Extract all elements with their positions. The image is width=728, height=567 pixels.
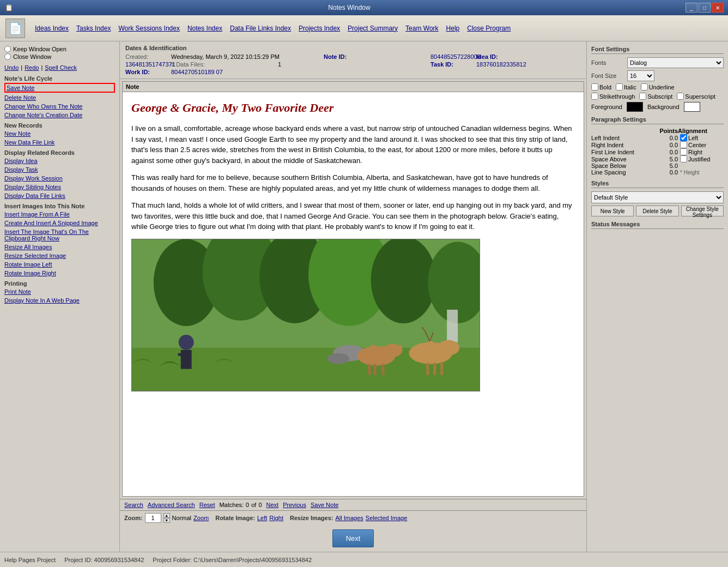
styles-select[interactable]: Default Style <box>591 191 724 203</box>
menu-work-sessions-index[interactable]: Work Sessions Index <box>115 23 183 33</box>
display-note-web-page-link[interactable]: Display Note In A Web Page <box>4 297 115 304</box>
reset-link[interactable]: Reset <box>199 502 215 508</box>
menu-ideas-index[interactable]: Ideas Index <box>32 23 72 33</box>
underline-checkbox-label[interactable]: Underline <box>641 83 675 91</box>
spell-check-link[interactable]: Spell Check <box>45 64 77 71</box>
rotate-left-link[interactable]: Left <box>257 515 267 521</box>
display-data-file-links-link[interactable]: Display Data File Links <box>4 192 115 200</box>
center-align-checkbox[interactable] <box>680 141 687 148</box>
close-button[interactable]: ✕ <box>712 3 724 13</box>
format-checkboxes: Bold Italic Underline <box>591 83 724 91</box>
undo-link[interactable]: Undo <box>4 64 19 71</box>
italic-checkbox-label[interactable]: Italic <box>616 83 636 91</box>
insert-image-clipboard-link[interactable]: Insert The Image That's On The Clipboard… <box>4 228 115 242</box>
save-note-search-bar-link[interactable]: Save Note <box>311 502 338 508</box>
note-header: Note <box>123 82 584 92</box>
display-idea-link[interactable]: Display Idea <box>4 157 115 165</box>
note-paragraph-2: This was really hard for me to believe, … <box>131 172 575 194</box>
previous-link[interactable]: Previous <box>283 502 306 508</box>
rotate-image-right-link[interactable]: Rotate Image Right <box>4 269 115 277</box>
menu-notes-index[interactable]: Notes Index <box>184 23 226 33</box>
work-id-label: Work ID: <box>125 69 169 75</box>
save-note-link[interactable]: Save Note <box>4 83 115 93</box>
change-style-settings-button[interactable]: Change Style Settings <box>681 206 724 216</box>
right-indent-row: Right Indent 0.0 Center <box>591 141 724 148</box>
all-images-link[interactable]: All Images <box>335 515 363 521</box>
strikethrough-checkbox-label[interactable]: Strikethrough <box>591 93 635 100</box>
menu-tasks-index[interactable]: Tasks Index <box>73 23 114 33</box>
superscript-checkbox-label[interactable]: Superscript <box>677 93 715 100</box>
change-notes-creation-link[interactable]: Change Note's Creation Date <box>4 111 115 119</box>
bold-checkbox-label[interactable]: Bold <box>591 83 611 91</box>
note-id-label: Note ID: <box>324 53 428 60</box>
minimize-button[interactable]: _ <box>685 3 697 13</box>
background-color-box[interactable] <box>684 102 700 112</box>
subscript-checkbox-label[interactable]: Subscript <box>639 93 672 100</box>
zoom-up-button[interactable]: ▲ <box>163 513 170 518</box>
resize-group: Resize Images: All Images Selected Image <box>290 515 407 521</box>
zoom-link[interactable]: Zoom <box>193 515 209 521</box>
keep-window-open-label: Keep Window Open <box>13 46 66 52</box>
display-work-session-link[interactable]: Display Work Session <box>4 174 115 182</box>
keep-window-open-radio[interactable]: Keep Window Open <box>4 46 115 52</box>
title-bar: 📋 Notes Window _ □ ✕ <box>0 0 728 15</box>
justified-checkbox[interactable] <box>680 155 687 162</box>
normal-label: Normal <box>172 515 191 521</box>
redo-link[interactable]: Redo <box>25 64 39 71</box>
close-window-input[interactable] <box>4 53 11 60</box>
next-btn-container: Next <box>120 525 586 552</box>
delete-style-button[interactable]: Delete Style <box>636 206 678 216</box>
new-data-file-link-link[interactable]: New Data File Link <box>4 138 115 146</box>
next-search-link[interactable]: Next <box>266 502 279 508</box>
display-task-link[interactable]: Display Task <box>4 166 115 173</box>
left-align-label: Left <box>688 135 698 141</box>
menu-projects-index[interactable]: Projects Index <box>295 23 343 33</box>
zoom-down-button[interactable]: ▼ <box>163 518 170 523</box>
create-insert-snipped-link[interactable]: Create And Insert A Snipped Image <box>4 219 115 227</box>
justified-cell: Justified <box>678 155 724 162</box>
menu-close-program[interactable]: Close Program <box>464 23 514 33</box>
menu-data-file-links-index[interactable]: Data File Links Index <box>227 23 294 33</box>
bold-checkbox[interactable] <box>591 83 598 91</box>
left-align-checkbox[interactable] <box>680 134 687 141</box>
delete-note-link[interactable]: Delete Note <box>4 94 115 101</box>
menu-help[interactable]: Help <box>443 23 463 33</box>
resize-selected-image-link[interactable]: Resize Selected Image <box>4 252 115 260</box>
font-size-select[interactable]: 16 <box>627 70 654 81</box>
strikethrough-checkbox[interactable] <box>591 93 598 100</box>
superscript-checkbox[interactable] <box>677 93 684 100</box>
matches-value: 0 <box>246 502 249 508</box>
right-indent-label: Right Indent <box>591 141 652 148</box>
new-style-button[interactable]: New Style <box>591 206 634 216</box>
first-line-indent-value: 0.0 <box>652 148 678 155</box>
next-button[interactable]: Next <box>332 529 374 547</box>
insert-image-from-file-link[interactable]: Insert Image From A File <box>4 210 115 218</box>
display-sibling-notes-link[interactable]: Display Sibling Notes <box>4 183 115 191</box>
print-note-link[interactable]: Print Note <box>4 288 115 295</box>
font-select[interactable]: Dialog <box>627 57 724 68</box>
rotate-right-link[interactable]: Right <box>269 515 283 521</box>
advanced-search-link[interactable]: Advanced Search <box>148 502 195 508</box>
change-who-owns-link[interactable]: Change Who Owns The Note <box>4 102 115 110</box>
note-content[interactable]: George & Gracie, My Two Favorite Deer I … <box>123 92 584 496</box>
zoom-input[interactable] <box>145 513 161 523</box>
keep-window-open-input[interactable] <box>4 46 11 52</box>
fonts-row: Fonts Dialog <box>591 57 724 68</box>
rotate-image-left-link[interactable]: Rotate Image Left <box>4 261 115 268</box>
search-link[interactable]: Search <box>124 502 143 508</box>
italic-checkbox[interactable] <box>616 83 623 91</box>
menu-project-summary[interactable]: Project Summary <box>344 23 401 33</box>
subscript-checkbox[interactable] <box>639 93 646 100</box>
menu-team-work[interactable]: Team Work <box>402 23 441 33</box>
maximize-button[interactable]: □ <box>699 3 711 13</box>
new-note-link[interactable]: New Note <box>4 130 115 137</box>
right-align-checkbox[interactable] <box>680 148 687 155</box>
svg-point-12 <box>179 334 194 349</box>
foreground-color-box[interactable] <box>627 102 643 112</box>
close-window-radio[interactable]: Close Window <box>4 53 115 60</box>
right-align-label: Right <box>688 149 702 155</box>
resize-images-label: Resize Images: <box>290 515 333 521</box>
underline-checkbox[interactable] <box>641 83 648 91</box>
resize-all-images-link[interactable]: Resize All Images <box>4 243 115 251</box>
selected-image-link[interactable]: Selected Image <box>366 515 407 521</box>
